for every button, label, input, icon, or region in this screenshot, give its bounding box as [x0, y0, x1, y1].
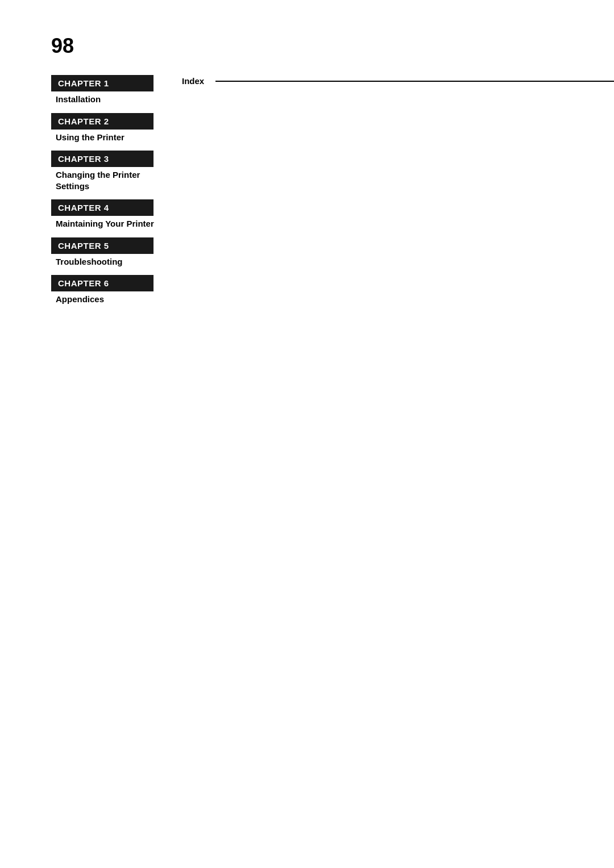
chapter-6-block: CHAPTER 6 Appendices [51, 275, 165, 305]
chapter-1-block: CHAPTER 1 Installation [51, 75, 165, 105]
chapter-6-title: Appendices [56, 294, 165, 305]
chapter-5-block: CHAPTER 5 Trouble­shooting [51, 237, 165, 268]
chapter-2-badge: CHAPTER 2 [51, 113, 154, 130]
chapter-3-block: CHAPTER 3 Changing the Printer Settings [51, 151, 165, 191]
chapter-4-title: Maintaining Your Printer [56, 218, 165, 229]
chapter-6-badge: CHAPTER 6 [51, 275, 154, 291]
content-area: CHAPTER 1 Installation CHAPTER 2 Using t… [51, 75, 614, 313]
index-label: Index [182, 76, 204, 86]
chapter-1-title: Installation [56, 94, 165, 105]
chapter-5-title: Trouble­shooting [56, 256, 165, 268]
chapter-4-badge: CHAPTER 4 [51, 199, 154, 216]
chapter-2-title: Using the Printer [56, 132, 165, 143]
chapter-3-title: Changing the Printer Settings [56, 169, 165, 191]
chapter-5-badge: CHAPTER 5 [51, 237, 154, 254]
index-header: Index [182, 76, 614, 86]
sidebar: CHAPTER 1 Installation CHAPTER 2 Using t… [51, 75, 165, 313]
chapter-1-badge: CHAPTER 1 [51, 75, 154, 91]
page: 98 CHAPTER 1 Installation CHAPTER 2 Usin… [0, 0, 614, 868]
main-content: Index [182, 75, 614, 86]
chapter-4-block: CHAPTER 4 Maintaining Your Printer [51, 199, 165, 229]
index-line [215, 81, 614, 82]
chapter-2-block: CHAPTER 2 Using the Printer [51, 113, 165, 143]
chapter-3-badge: CHAPTER 3 [51, 151, 154, 167]
page-number: 98 [51, 34, 614, 58]
